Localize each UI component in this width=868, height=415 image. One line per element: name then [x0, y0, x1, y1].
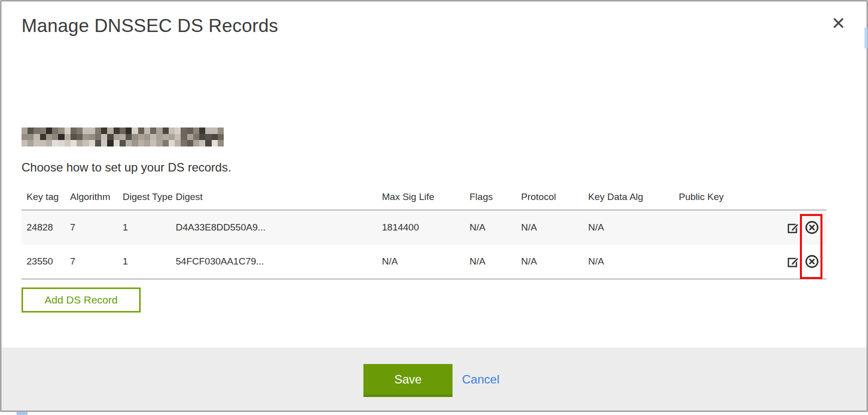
redaction-pixel	[175, 128, 181, 134]
redaction-pixel	[156, 134, 162, 140]
redaction-pixel	[40, 128, 46, 134]
redaction-pixel	[52, 128, 58, 134]
redaction-pixel	[52, 134, 58, 140]
redaction-pixel	[150, 128, 156, 134]
redaction-pixel	[212, 140, 218, 146]
redaction-pixel	[120, 128, 126, 134]
edit-icon	[787, 255, 800, 268]
redaction-pixel	[40, 134, 46, 140]
close-button[interactable]	[828, 14, 848, 34]
column-header-key-tag: Key tag	[22, 184, 70, 210]
redaction-pixel	[58, 140, 64, 146]
redaction-pixel	[175, 140, 181, 146]
table-row: 24828 7 1 D4A33E8DD550A9... 1814400 N/A …	[22, 210, 826, 244]
redaction-pixel	[205, 128, 211, 134]
column-header-digest: Digest	[176, 184, 382, 210]
redaction-pixel	[22, 134, 28, 140]
cell-flags: N/A	[470, 244, 521, 279]
redaction-pixel	[34, 128, 40, 134]
save-button[interactable]: Save	[363, 364, 453, 397]
table-row: 23550 7 1 54FCF030AA1C79... N/A N/A N/A …	[22, 244, 826, 279]
redaction-pixel	[52, 140, 58, 146]
cell-key-tag: 24828	[22, 210, 70, 244]
ds-records-table: Key tag Algorithm Digest Type Digest Max…	[22, 184, 826, 280]
redaction-pixel	[163, 128, 169, 134]
redaction-pixel	[144, 128, 150, 134]
cell-digest-type: 1	[123, 210, 176, 244]
close-icon	[831, 16, 846, 30]
cell-digest: D4A33E8DD550A9...	[176, 210, 382, 244]
redaction-pixel	[132, 140, 138, 146]
cell-flags: N/A	[470, 210, 521, 244]
redaction-pixel	[193, 140, 199, 146]
redaction-pixel	[58, 128, 64, 134]
edit-icon	[787, 221, 800, 234]
column-header-max-sig-life: Max Sig Life	[382, 184, 470, 210]
redaction-pixel	[89, 140, 95, 146]
redaction-pixel	[126, 134, 132, 140]
redaction-pixel	[199, 140, 205, 146]
column-header-algorithm: Algorithm	[70, 184, 123, 210]
redaction-pixel	[71, 134, 77, 140]
redaction-pixel	[22, 128, 28, 134]
edit-record-button[interactable]	[787, 221, 800, 234]
cell-public-key	[679, 244, 776, 279]
cell-digest-type: 1	[123, 244, 176, 279]
redaction-pixel	[107, 134, 113, 140]
cell-max-sig-life: N/A	[382, 244, 470, 279]
redaction-pixel	[132, 134, 138, 140]
redaction-pixel	[46, 134, 52, 140]
cell-key-data-alg: N/A	[588, 244, 679, 279]
redaction-pixel	[199, 134, 205, 140]
redaction-pixel	[132, 128, 138, 134]
redaction-pixel	[218, 134, 224, 140]
redaction-pixel	[22, 140, 28, 146]
redaction-pixel	[28, 140, 34, 146]
redaction-pixel	[212, 134, 218, 140]
redaction-pixel	[138, 134, 144, 140]
redaction-pixel	[218, 140, 224, 146]
delete-column-highlight	[800, 214, 822, 279]
redaction-pixel	[95, 128, 101, 134]
instruction-text: Choose how to set up your DS records.	[22, 160, 231, 174]
redaction-pixel	[181, 140, 187, 146]
redaction-pixel	[89, 134, 95, 140]
redaction-pixel	[193, 128, 199, 134]
redaction-pixel	[34, 134, 40, 140]
add-ds-record-button[interactable]: Add DS Record	[22, 288, 141, 312]
redacted-domain-name	[22, 128, 224, 146]
redaction-pixel	[150, 140, 156, 146]
redaction-pixel	[187, 140, 193, 146]
redaction-pixel	[83, 140, 89, 146]
redaction-pixel	[144, 134, 150, 140]
redaction-pixel	[83, 134, 89, 140]
redaction-pixel	[126, 140, 132, 146]
page-title: Manage DNSSEC DS Records	[22, 16, 278, 36]
cell-protocol: N/A	[521, 210, 588, 244]
redaction-pixel	[46, 140, 52, 146]
modal-footer: Save Cancel	[2, 348, 866, 410]
redaction-pixel	[71, 140, 77, 146]
redaction-pixel	[138, 128, 144, 134]
redaction-pixel	[40, 140, 46, 146]
redaction-pixel	[187, 128, 193, 134]
redaction-pixel	[163, 140, 169, 146]
column-header-flags: Flags	[470, 184, 521, 210]
redaction-pixel	[181, 134, 187, 140]
redaction-pixel	[114, 140, 120, 146]
redaction-pixel	[77, 134, 83, 140]
redaction-pixel	[205, 134, 211, 140]
column-header-digest-type: Digest Type	[123, 184, 176, 210]
redaction-pixel	[107, 140, 113, 146]
cancel-link[interactable]: Cancel	[462, 364, 500, 395]
redaction-pixel	[46, 128, 52, 134]
background-page-fragment	[864, 28, 867, 48]
redaction-pixel	[28, 134, 34, 140]
redaction-pixel	[138, 140, 144, 146]
redaction-pixel	[163, 134, 169, 140]
edit-record-button[interactable]	[787, 255, 800, 268]
redaction-pixel	[120, 140, 126, 146]
redaction-pixel	[101, 140, 107, 146]
redaction-pixel	[71, 128, 77, 134]
table-header-row: Key tag Algorithm Digest Type Digest Max…	[22, 184, 826, 210]
